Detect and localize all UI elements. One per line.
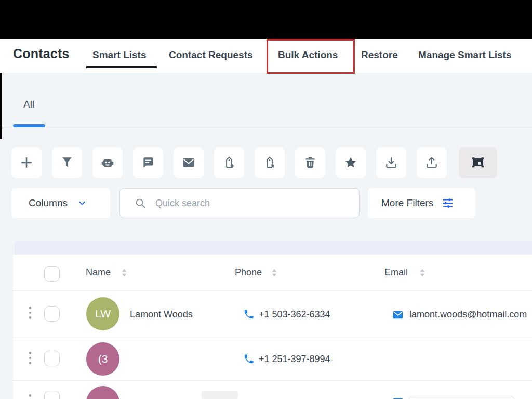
columns-dropdown[interactable]: Columns (11, 188, 110, 218)
tab-restore[interactable]: Restore (361, 49, 398, 61)
tag-add-icon (222, 156, 236, 169)
add-tag-button[interactable] (214, 147, 244, 178)
send-sms-button[interactable] (133, 147, 163, 178)
trash-icon (303, 156, 317, 169)
tab-bulk-actions[interactable]: Bulk Actions (278, 49, 338, 61)
columns-label: Columns (29, 197, 68, 209)
add-contact-button[interactable] (11, 147, 42, 178)
column-header-email[interactable]: Email (384, 267, 408, 278)
send-email-button[interactable] (174, 147, 204, 178)
export-icon (425, 156, 438, 169)
row-menu-button[interactable] (28, 394, 33, 399)
contact-phone[interactable]: +1 503-362-6334 (259, 309, 330, 320)
contact-row-1[interactable]: LW Lamont Woods +1 503-362-6334 lamont.w… (13, 291, 532, 337)
sort-icon-name[interactable] (121, 268, 128, 277)
avatar (86, 386, 119, 399)
tag-remove-icon (263, 156, 276, 169)
email-placeholder (408, 396, 515, 399)
contact-row-3[interactable] (13, 381, 532, 399)
table-header-row: Name Phone Email (13, 255, 532, 291)
row-menu-button[interactable] (28, 352, 33, 364)
tab-strip-divider (0, 128, 532, 128)
delete-button[interactable] (295, 147, 325, 178)
funnel-icon (60, 156, 74, 169)
column-header-name[interactable]: Name (86, 267, 111, 278)
tab-contact-requests[interactable]: Contact Requests (169, 49, 253, 61)
export-button[interactable] (417, 147, 447, 178)
contact-name[interactable]: Lamont Woods (130, 309, 193, 320)
table-top-band (15, 241, 532, 255)
star-icon (344, 156, 357, 169)
quick-search (119, 188, 360, 218)
merge-button[interactable] (459, 147, 497, 178)
tab-manage-smart-lists[interactable]: Manage Smart Lists (418, 49, 512, 61)
avatar: (3 (86, 342, 119, 376)
envelope-icon (182, 156, 195, 169)
filter-button[interactable] (52, 147, 82, 178)
row-checkbox[interactable] (44, 306, 60, 322)
row-menu-button[interactable] (28, 307, 33, 319)
phone-icon[interactable] (243, 353, 255, 365)
more-filters-button[interactable]: More Filters (368, 188, 475, 218)
phone-icon[interactable] (243, 309, 255, 320)
search-input[interactable] (155, 198, 332, 209)
merge-icon (471, 156, 485, 169)
favorite-button[interactable] (336, 147, 366, 178)
top-black-bar (0, 0, 532, 39)
automation-button[interactable] (92, 147, 123, 178)
contact-row-2[interactable]: (3 +1 251-397-8994 (13, 337, 532, 381)
active-tab-underline (86, 66, 157, 68)
chat-icon (141, 156, 155, 169)
name-placeholder (202, 391, 238, 399)
robot-icon (101, 156, 114, 169)
contact-phone[interactable]: +1 251-397-8994 (259, 354, 330, 365)
more-filters-label: More Filters (381, 197, 433, 209)
import-button[interactable] (376, 147, 406, 178)
column-header-phone[interactable]: Phone (235, 267, 262, 278)
page-title: Contacts (13, 46, 70, 61)
row-checkbox[interactable] (44, 391, 60, 399)
email-icon[interactable] (392, 396, 404, 399)
contact-email[interactable]: lamont.woods@hotmail.com (409, 309, 527, 320)
sort-icon-phone[interactable] (271, 268, 278, 277)
contacts-screen: Contacts Smart Lists Contact Requests Bu… (0, 0, 532, 399)
sliders-icon (442, 197, 454, 209)
chevron-down-icon (77, 198, 87, 208)
import-icon (384, 156, 398, 169)
select-all-checkbox[interactable] (44, 266, 60, 282)
sort-icon-email[interactable] (419, 268, 426, 277)
email-icon[interactable] (392, 309, 404, 321)
smart-list-tab-all[interactable]: All (23, 99, 34, 110)
remove-tag-button[interactable] (255, 147, 285, 178)
top-navigation: Contacts Smart Lists Contact Requests Bu… (0, 39, 532, 73)
plus-icon (20, 156, 33, 169)
all-tab-underline (13, 124, 45, 127)
search-icon (135, 197, 146, 209)
avatar: LW (86, 297, 119, 330)
row-checkbox[interactable] (44, 351, 60, 366)
tab-smart-lists[interactable]: Smart Lists (92, 49, 146, 61)
